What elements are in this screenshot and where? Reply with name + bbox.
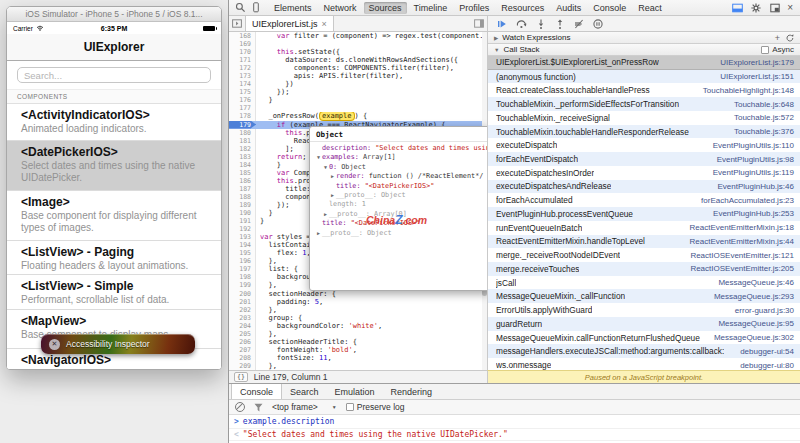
filter-icon[interactable] [254,403,263,412]
code-text[interactable]: }, [256,362,487,370]
list-item[interactable]: <ActivityIndicatorIOS>Animated loading i… [7,104,221,141]
call-stack-frame[interactable]: forEachAccumulatedforEachAccumulated.js:… [488,193,800,207]
list-item[interactable]: <DatePickerIOS>Select dates and times us… [7,141,221,191]
frame-location[interactable]: EventPluginHub.js:253 [713,209,794,218]
collapsed-arrow-icon[interactable]: ▶ [322,210,329,219]
expanded-arrow-icon[interactable]: ▼ [315,153,322,162]
line-number[interactable]: 185 [229,169,256,177]
line-number[interactable]: 181 [229,137,256,145]
tab-network[interactable]: Network [319,2,362,14]
line-number[interactable]: 204 [229,322,256,330]
popup-property-row[interactable]: ▶__proto__: Object [315,229,487,238]
code-text[interactable] [256,104,487,112]
frame-location[interactable]: EventPluginUtils.js:98 [717,155,794,164]
line-number[interactable]: 195 [229,249,256,257]
line-number[interactable]: 169 [229,40,256,48]
code-editor[interactable]: Object description: "Select dates and ti… [229,32,487,370]
accessibility-inspector-overlay[interactable]: ✕ Accessibility Inspector [41,334,195,354]
code-text[interactable]: padding: 5, [256,298,487,306]
line-number[interactable]: 175 [229,88,256,96]
pause-on-exceptions-icon[interactable] [593,19,603,29]
code-text[interactable]: fontSize: 11, [256,354,487,362]
frame-location[interactable]: MessageQueue.js:46 [718,278,794,287]
line-number[interactable]: 197 [229,265,256,273]
code-text[interactable]: group: { [256,314,487,322]
popup-property-row[interactable]: ▼0: Object [315,163,487,172]
drawer-tab-emulation[interactable]: Emulation [327,384,383,399]
line-number[interactable]: 202 [229,306,256,314]
add-watch-icon[interactable]: + [775,34,780,42]
line-number[interactable]: 198 [229,273,256,281]
code-text[interactable]: _onPressRow(example) { [256,112,487,120]
step-over-icon[interactable] [516,19,527,29]
call-stack-frame[interactable]: EventPluginHub.processEventQueueEventPlu… [488,207,800,221]
device-mode-icon[interactable] [249,2,263,14]
close-icon[interactable]: ✕ [49,339,60,350]
line-number[interactable]: 206 [229,338,256,346]
popup-property-row[interactable]: ▶render: function () /*ReactElement*/ { [315,172,487,181]
code-text[interactable]: var filter = (component) => regex.test(c… [256,32,487,40]
line-number[interactable]: 194 [229,241,256,249]
call-stack-frame[interactable]: merge._receiveRootNodeIDEventReactIOSEve… [488,248,800,262]
frame-location[interactable]: Touchable.js:572 [734,113,794,122]
tab-profiles[interactable]: Profiles [454,2,494,14]
show-navigator-icon[interactable] [229,16,245,31]
call-stack-frame[interactable]: guardReturnMessageQueue.js:95 [488,317,800,331]
tab-resources[interactable]: Resources [496,2,549,14]
async-checkbox[interactable] [761,46,769,54]
frame-location[interactable]: EventPluginUtils.js:110 [713,141,794,150]
call-stack-frame[interactable]: runEventQueueInBatchReactEventEmitterMix… [488,221,800,235]
deactivate-breakpoints-icon[interactable] [574,19,584,29]
line-number[interactable]: 200 [229,290,256,298]
list-item[interactable]: <Image>Base component for displaying dif… [7,191,221,241]
line-number[interactable]: 180 [229,129,256,137]
clear-console-icon[interactable] [235,402,245,412]
frame-location[interactable]: Touchable.js:376 [734,127,794,136]
close-tab-icon[interactable]: × [322,19,327,29]
code-text[interactable]: } [256,96,487,104]
call-stack-frame[interactable]: executeDispatchesAndReleaseEventPluginHu… [488,180,800,194]
step-into-icon[interactable] [536,19,546,29]
popup-property-row[interactable]: ▼examples: Array[1] [315,153,487,162]
breakpoint-line-number[interactable]: 179 [229,121,256,129]
line-number[interactable]: 203 [229,314,256,322]
frame-location[interactable]: TouchableHighlight.js:148 [703,86,794,95]
show-console-drawer-icon[interactable] [730,2,744,14]
hovered-variable[interactable]: example [319,112,355,120]
call-stack-frame[interactable]: jsCallMessageQueue.js:46 [488,276,800,290]
line-number[interactable]: 209 [229,362,256,370]
frame-location[interactable]: MessageQueue.js:95 [718,319,794,328]
call-stack-frame[interactable]: ErrorUtils.applyWithGuarderror-guard.js:… [488,303,800,317]
call-stack-frame[interactable]: merge.receiveTouchesReactIOSEventEmitter… [488,262,800,276]
line-number[interactable]: 189 [229,201,256,209]
line-number[interactable]: 207 [229,346,256,354]
frame-location[interactable]: Touchable.js:648 [734,100,794,109]
code-text[interactable]: }) [256,80,487,88]
call-stack-frame[interactable]: forEachEventDispatchEventPluginUtils.js:… [488,152,800,166]
tab-elements[interactable]: Elements [269,2,317,14]
frame-location[interactable]: forEachAccumulated.js:23 [701,196,794,205]
tab-console[interactable]: Console [588,2,631,14]
frame-location[interactable]: debugger-ui:80 [740,361,794,370]
resume-script-icon[interactable] [497,19,507,29]
call-stack-frame[interactable]: MessageQueueMixin._callFunctionMessageQu… [488,289,800,303]
drawer-tab-console[interactable]: Console [231,384,282,399]
collapsed-arrow-icon[interactable]: ▶ [315,229,322,238]
code-text[interactable] [256,40,487,48]
frame-location[interactable]: MessageQueue.js:293 [714,292,794,301]
console-log[interactable]: >example.description<"Select dates and t… [229,415,800,443]
tab-react[interactable]: React [633,2,667,14]
call-stack-frame[interactable]: React.createClass.touchableHandlePressTo… [488,83,800,97]
frame-location[interactable]: EventPluginHub.js:46 [718,182,795,191]
line-number[interactable]: 183 [229,153,256,161]
pretty-print-icon[interactable]: {} [234,372,248,382]
call-stack-frame[interactable]: ReactEventEmitterMixin.handleTopLevelRea… [488,235,800,249]
frame-selector[interactable]: <top frame> ▼ [272,402,337,412]
code-text[interactable]: }); [256,88,487,96]
line-number[interactable]: 208 [229,354,256,362]
code-text[interactable]: backgroundColor: 'white', [256,322,487,330]
line-number[interactable]: 190 [229,209,256,217]
line-number[interactable]: 192 [229,225,256,233]
frame-location[interactable]: ReactIOSEventEmitter.js:121 [690,251,794,260]
frame-location[interactable]: EventPluginUtils.js:119 [713,168,794,177]
